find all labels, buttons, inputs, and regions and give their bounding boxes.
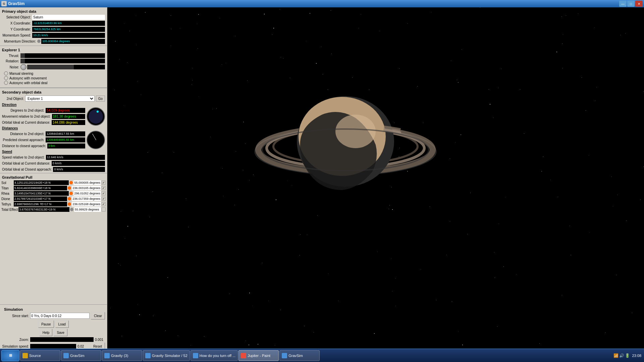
grav-row: Sol 4.12511512021942E+18 N 55.000005 deg… [0, 180, 107, 185]
grav-value: 4.12511512021942E+18 N [14, 180, 69, 185]
pred-closest-label: Predicted closest approach: [2, 138, 46, 142]
dist-closest-value: 0 km [47, 143, 85, 148]
grav-value: 5.82414633398006E+18 N [14, 186, 67, 190]
distances-header: Distances [0, 126, 107, 131]
grav-check[interactable]: ✓ [102, 181, 106, 185]
go-button[interactable]: Go [96, 96, 105, 102]
sim-section-header: Simulation [2, 306, 105, 312]
saturn-planet [252, 74, 439, 215]
orbital-ideal-label: Orbital Ideal at Current distance: [2, 121, 52, 124]
grav-value: 2.6987669321296 7E+17 N [14, 202, 67, 206]
space-viewport [107, 7, 644, 362]
help-button[interactable]: Help [40, 329, 53, 336]
grav-dot [68, 202, 71, 206]
speed-rel-value: 12.646 km/s [46, 155, 105, 160]
taskbar-item-icon [22, 353, 28, 358]
distances-compass [87, 131, 105, 149]
grav-check[interactable] [102, 207, 106, 212]
direction-compass [87, 107, 105, 126]
grav-name: Titan [1, 186, 13, 190]
taskbar-item[interactable]: How do you turn off ... [191, 350, 238, 361]
maximize-button[interactable]: □ [627, 1, 635, 7]
thrust-bar [20, 53, 105, 58]
thrust-label: Thrust: [2, 54, 20, 58]
load-button[interactable]: Load [55, 320, 69, 328]
grav-name: Total Effect [1, 208, 18, 212]
taskbar-item[interactable]: GravSim [61, 350, 101, 361]
taskbar-item-icon [193, 353, 198, 358]
grav-value: 2.91789726101034E+17 N [14, 196, 67, 201]
taskbar-item[interactable]: Gravity (3) [102, 350, 142, 361]
manual-steering-radio[interactable] [4, 71, 8, 75]
autosync-orbital-label: Autosync with orbital deal [9, 81, 47, 85]
grav-name: Tethys [1, 202, 13, 206]
orbital-closest-label: Orbital Ideal at Closest approach: [2, 168, 53, 171]
grav-dot [69, 181, 73, 184]
grav-name: Dione [1, 197, 13, 201]
grav-name: Sol [1, 181, 13, 185]
battery-icon: 🔋 [625, 353, 630, 358]
title-bar-label: GravSim [8, 1, 24, 6]
momentum-dir-dot [37, 40, 41, 43]
grav-dot [70, 208, 73, 211]
taskbar-item-label: Gravity (3) [111, 354, 128, 358]
momentum-dir-label: Momentum Direction: [2, 40, 37, 43]
grav-check[interactable]: ✓ [102, 202, 106, 206]
deg-to-obj-value: 54.009 degrees [46, 108, 85, 113]
speed-header: Speed [0, 149, 107, 154]
grav-check[interactable]: ✓ [102, 186, 106, 190]
taskbar-item[interactable]: Gravity Simulator / 52 [143, 350, 190, 361]
taskbar-time: 23:08 [632, 354, 641, 358]
start-button[interactable]: ⊞ [1, 350, 19, 361]
taskbar-items: Source GravSim Gravity (3) Gravity Simul… [20, 350, 613, 361]
x-coord-value: -11121314833.96 km [32, 21, 105, 26]
zoom-value: 0.001 [95, 338, 105, 342]
sim-speed-value: 0.02 [77, 345, 88, 348]
volume-icon: 🔊 [619, 353, 624, 358]
grav-check[interactable]: ✓ [102, 197, 106, 201]
dist-closest-label: Distance to closest approach: [2, 144, 47, 148]
taskbar-item[interactable]: Source [20, 350, 60, 361]
svg-point-6 [335, 115, 376, 148]
taskbar-item-label: How do you turn off ... [200, 354, 235, 358]
noise-bar [27, 65, 105, 69]
grav-degrees: 55.99929 degrees [74, 207, 101, 212]
taskbar: ⊞ Source GravSim Gravity (3) Gravity Sim… [0, 349, 644, 362]
dist-to-obj-value: 12084434617.55 km [46, 131, 85, 136]
selected-object-value: Saturn [32, 15, 105, 20]
pause-button[interactable]: Pause [38, 320, 54, 328]
close-button[interactable]: ✕ [635, 1, 643, 7]
grav-section-header: Gravitational Pull [0, 174, 107, 180]
taskbar-right: 📶 🔊 🔋 23:08 [613, 353, 643, 358]
title-bar: G GravSim — □ ✕ [0, 0, 644, 7]
grav-degrees: 236.025168 degrees [72, 202, 101, 206]
sim-speed-label: Simulation speed: [2, 345, 29, 348]
save-button[interactable]: Save [54, 329, 67, 336]
noise-knob[interactable] [20, 64, 26, 70]
taskbar-item-label: GravSim [70, 354, 85, 358]
grav-row: Rhea 3.14951547041135E+17 N 296.01052 de… [0, 191, 107, 196]
minimize-button[interactable]: — [619, 1, 627, 7]
orbital-ideal-value: 144.086 degrees [52, 120, 85, 125]
orbital-cur-label: Orbital Ideal at Current distance: [2, 162, 52, 165]
taskbar-item[interactable]: Jupiter - Paint [238, 350, 279, 361]
move-rel-label: Movement relative to 2nd object: [2, 115, 52, 118]
rotation-label: Rotation: [2, 59, 20, 63]
obj2-select[interactable]: Explorer 1 [25, 96, 95, 102]
network-icon: 📶 [613, 353, 619, 358]
grav-row: Total Effect 3.67503767492313E+19 N 55.9… [0, 207, 107, 212]
taskbar-item-icon [104, 353, 110, 358]
autosync-movement-radio[interactable] [4, 76, 8, 80]
grav-row: Titan 5.82414633398006E+18 N 236.003165 … [0, 185, 107, 191]
grav-table: Sol 4.12511512021942E+18 N 55.000005 deg… [0, 180, 107, 212]
since-input[interactable] [30, 313, 90, 319]
taskbar-item[interactable]: GravSim [279, 350, 320, 361]
explorer-title: Explorer 1 [2, 48, 105, 52]
clear-button[interactable]: Clear [91, 312, 105, 319]
autosync-orbital-radio[interactable] [4, 81, 8, 85]
y-coord-label: Y Coordinate: [2, 27, 32, 31]
taskbar-item-icon [282, 353, 287, 358]
deg-to-obj-label: Degrees to 2nd object: [2, 109, 46, 112]
grav-dot [68, 197, 71, 200]
grav-check[interactable]: ✓ [102, 191, 106, 195]
